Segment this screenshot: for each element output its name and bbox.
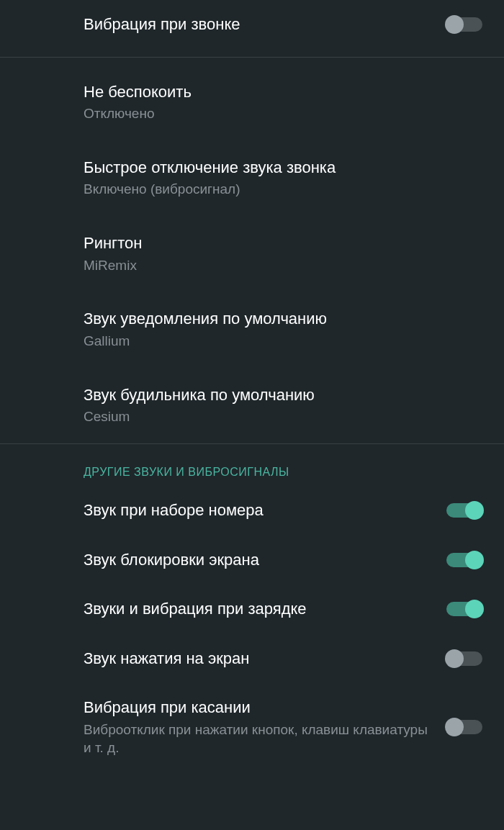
setting-title: Звук будильника по умолчанию: [84, 385, 482, 406]
setting-ringtone[interactable]: Рингтон MiRemix: [0, 216, 504, 292]
setting-content: Звук нажатия на экран: [84, 649, 432, 669]
setting-quick-mute[interactable]: Быстрое отключение звука звонка Включено…: [0, 140, 504, 216]
setting-title: Звук нажатия на экран: [84, 649, 432, 669]
toggle-dial-pad-tones[interactable]: [446, 503, 482, 518]
settings-list: Вибрация при звонке Не беспокоить Отключ…: [0, 0, 504, 771]
toggle-charging-sounds[interactable]: [446, 602, 482, 616]
setting-title: Вибрация при звонке: [84, 14, 432, 35]
setting-subtitle: Включено (вибросигнал): [84, 181, 482, 199]
setting-content: Вибрация при звонке: [84, 14, 432, 35]
setting-dial-pad-tones[interactable]: Звук при наборе номера: [0, 486, 504, 536]
setting-content: Звук уведомления по умолчанию Gallium: [84, 309, 482, 350]
toggle-touch-sounds[interactable]: [446, 651, 482, 666]
toggle-thumb: [445, 649, 464, 668]
section-sounds: Не беспокоить Отключено Быстрое отключен…: [0, 58, 504, 443]
setting-title: Звук при наборе номера: [84, 500, 432, 521]
toggle-thumb: [465, 600, 484, 618]
setting-subtitle: Gallium: [84, 333, 482, 351]
setting-subtitle: Cesium: [84, 408, 482, 426]
setting-subtitle: Виброотклик при нажатии кнопок, клавиш к…: [84, 721, 432, 757]
setting-content: Звук блокировки экрана: [84, 550, 432, 571]
setting-content: Звук при наборе номера: [84, 500, 432, 521]
setting-title: Не беспокоить: [84, 82, 482, 103]
setting-subtitle: Отключено: [84, 105, 482, 123]
setting-vibrate-on-call[interactable]: Вибрация при звонке: [0, 0, 504, 57]
setting-alarm-sound[interactable]: Звук будильника по умолчанию Cesium: [0, 368, 504, 443]
setting-content: Звук будильника по умолчанию Cesium: [84, 385, 482, 426]
setting-content: Не беспокоить Отключено: [84, 82, 482, 123]
setting-title: Звук уведомления по умолчанию: [84, 309, 482, 330]
setting-do-not-disturb[interactable]: Не беспокоить Отключено: [0, 65, 504, 140]
toggle-thumb: [445, 15, 464, 34]
setting-subtitle: MiRemix: [84, 257, 482, 275]
setting-title: Рингтон: [84, 233, 482, 254]
setting-title: Звуки и вибрация при зарядке: [84, 599, 432, 620]
toggle-thumb: [445, 718, 464, 736]
setting-content: Рингтон MiRemix: [84, 233, 482, 274]
setting-touch-vibration[interactable]: Вибрация при касании Виброотклик при наж…: [0, 683, 504, 771]
toggle-screen-lock-sound[interactable]: [446, 553, 482, 567]
toggle-vibrate-on-call[interactable]: [446, 17, 482, 32]
toggle-thumb: [465, 551, 484, 569]
section-header-other-sounds: ДРУГИЕ ЗВУКИ И ВИБРОСИГНАЛЫ: [0, 444, 504, 486]
setting-title: Вибрация при касании: [84, 698, 432, 718]
toggle-thumb: [465, 501, 484, 520]
setting-title: Звук блокировки экрана: [84, 550, 432, 571]
setting-content: Быстрое отключение звука звонка Включено…: [84, 158, 482, 199]
setting-content: Вибрация при касании Виброотклик при наж…: [84, 698, 432, 757]
toggle-touch-vibration[interactable]: [446, 720, 482, 734]
setting-charging-sounds[interactable]: Звуки и вибрация при зарядке: [0, 585, 504, 634]
setting-content: Звуки и вибрация при зарядке: [84, 599, 432, 620]
setting-screen-lock-sound[interactable]: Звук блокировки экрана: [0, 536, 504, 585]
setting-touch-sounds[interactable]: Звук нажатия на экран: [0, 634, 504, 684]
setting-notification-sound[interactable]: Звук уведомления по умолчанию Gallium: [0, 292, 504, 367]
setting-title: Быстрое отключение звука звонка: [84, 158, 482, 179]
